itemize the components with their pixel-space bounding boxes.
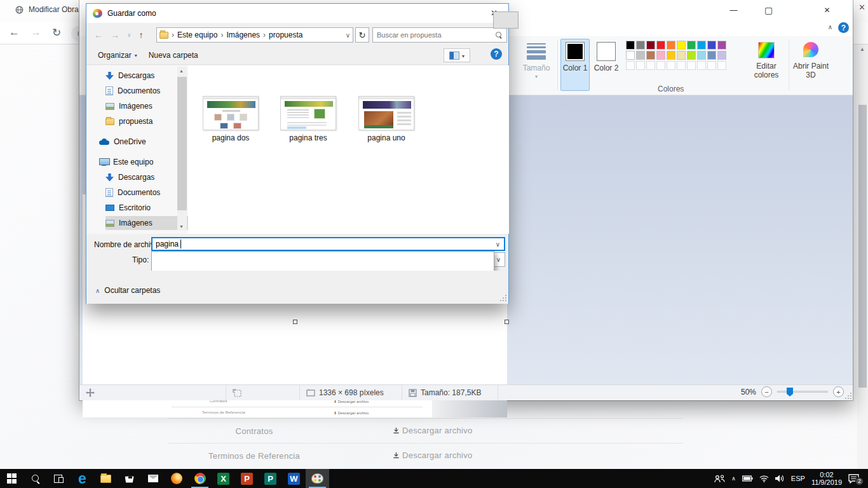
close-button[interactable]: ✕ bbox=[813, 0, 841, 20]
scrollbar-up-icon[interactable]: ▲ bbox=[860, 46, 865, 52]
browser-scrollbar[interactable]: ▲ bbox=[857, 44, 868, 469]
browser-back-icon[interactable]: ← bbox=[9, 26, 20, 39]
scroll-down-icon[interactable]: ▼ bbox=[179, 224, 184, 229]
sidebar-scrollbar-thumb[interactable] bbox=[177, 77, 187, 210]
nav-up-icon[interactable]: ↑ bbox=[139, 30, 144, 40]
taskbar-powerpoint[interactable]: P bbox=[235, 469, 259, 488]
palette-swatch[interactable] bbox=[636, 41, 645, 50]
browser-tab[interactable]: Modificar Obra/ bbox=[15, 5, 81, 14]
breadcrumb[interactable]: › Este equipo › Imágenes › propuesta ∨ bbox=[156, 27, 353, 43]
palette-swatch-empty[interactable] bbox=[677, 61, 686, 70]
palette-swatch-empty[interactable] bbox=[636, 61, 645, 70]
color2-button[interactable]: Color 2 bbox=[592, 39, 621, 91]
zoom-slider-thumb[interactable] bbox=[787, 388, 793, 396]
hide-folders-button[interactable]: ∧ Ocultar carpetas bbox=[95, 286, 160, 295]
scrollbar-thumb[interactable] bbox=[858, 105, 867, 388]
canvas-resize-handle-bottom[interactable] bbox=[293, 320, 297, 324]
palette-swatch[interactable] bbox=[626, 51, 635, 60]
canvas-resize-handle-corner[interactable] bbox=[505, 320, 509, 324]
palette-swatch-empty[interactable] bbox=[717, 61, 726, 70]
browser-close-icon[interactable]: ✕ bbox=[858, 3, 865, 12]
maximize-button[interactable]: ▢ bbox=[754, 0, 783, 20]
palette-swatch[interactable] bbox=[636, 51, 645, 60]
view-mode-button[interactable]: ▾ bbox=[444, 48, 470, 62]
taskbar-edge[interactable]: e bbox=[71, 469, 94, 488]
palette-swatch-empty[interactable] bbox=[667, 61, 675, 70]
palette-swatch[interactable] bbox=[697, 41, 706, 50]
palette-swatch[interactable] bbox=[667, 41, 675, 50]
organize-button[interactable]: Organizar▾ bbox=[98, 51, 137, 60]
dialog-help-icon[interactable]: ? bbox=[491, 48, 502, 60]
palette-swatch-empty[interactable] bbox=[656, 61, 665, 70]
page-download-link[interactable]: Descargar archivo bbox=[393, 451, 473, 460]
palette-swatch-empty[interactable] bbox=[707, 61, 716, 70]
palette-swatch[interactable] bbox=[707, 51, 716, 60]
collapse-ribbon-icon[interactable]: ∧ bbox=[828, 24, 832, 30]
palette-swatch[interactable] bbox=[697, 51, 706, 60]
clock[interactable]: 0:02 11/9/2019 bbox=[811, 471, 842, 486]
battery-icon[interactable] bbox=[742, 475, 753, 482]
file-item-pagina-dos[interactable]: pagina dos bbox=[203, 96, 259, 142]
wifi-icon[interactable] bbox=[759, 475, 769, 482]
breadcrumb-item[interactable]: Este equipo bbox=[177, 30, 217, 39]
new-folder-button[interactable]: Nueva carpeta bbox=[149, 51, 198, 60]
filename-input[interactable]: pagina ∨ bbox=[151, 237, 505, 251]
palette-swatch[interactable] bbox=[626, 41, 635, 50]
filename-dropdown-icon[interactable]: ∨ bbox=[496, 241, 500, 248]
taskbar-word[interactable]: W bbox=[282, 469, 306, 488]
breadcrumb-item[interactable]: Imágenes bbox=[226, 30, 260, 39]
start-button[interactable] bbox=[0, 469, 24, 488]
palette-swatch[interactable] bbox=[667, 51, 675, 60]
taskbar-chrome[interactable] bbox=[188, 469, 212, 488]
palette-swatch-empty[interactable] bbox=[687, 61, 696, 70]
palette-swatch[interactable] bbox=[717, 51, 726, 60]
palette-swatch-empty[interactable] bbox=[697, 61, 706, 70]
palette-swatch[interactable] bbox=[677, 51, 686, 60]
dialog-resize-grip[interactable] bbox=[500, 295, 506, 301]
people-icon[interactable] bbox=[714, 475, 725, 483]
breadcrumb-dropdown-icon[interactable]: ∨ bbox=[346, 32, 350, 39]
open-paint3d-button[interactable]: Abrir Paint 3D bbox=[792, 38, 829, 79]
paint-resize-grip[interactable] bbox=[845, 393, 851, 399]
palette-swatch[interactable] bbox=[717, 41, 726, 50]
nav-forward-icon[interactable]: → bbox=[111, 30, 119, 40]
palette-swatch[interactable] bbox=[707, 41, 716, 50]
cancel-button-partial[interactable] bbox=[493, 11, 519, 29]
nav-history-icon[interactable]: ∨ bbox=[127, 32, 132, 38]
size-button[interactable]: Tamaño ▾ bbox=[520, 38, 553, 79]
action-center-button[interactable]: 2 bbox=[848, 474, 859, 484]
search-input[interactable] bbox=[377, 29, 491, 41]
scroll-up-icon[interactable]: ▲ bbox=[179, 69, 184, 73]
palette-swatch[interactable] bbox=[687, 51, 696, 60]
taskbar-publisher[interactable]: P bbox=[259, 469, 282, 488]
palette-swatch[interactable] bbox=[646, 41, 655, 50]
sidebar-item-onedrive[interactable]: OneDrive bbox=[99, 135, 188, 149]
browser-forward-icon[interactable]: → bbox=[31, 26, 41, 39]
palette-swatch[interactable] bbox=[687, 41, 696, 50]
sidebar-scrollbar[interactable]: ▲ ▼ bbox=[177, 67, 187, 231]
file-item-pagina-tres[interactable]: pagina tres bbox=[280, 96, 336, 142]
taskbar-excel[interactable]: X bbox=[212, 469, 235, 488]
color1-button[interactable]: Color 1 bbox=[560, 39, 590, 91]
taskbar-store[interactable] bbox=[118, 469, 141, 488]
browser-refresh-icon[interactable]: ↻ bbox=[52, 26, 61, 39]
palette-swatch[interactable] bbox=[677, 41, 686, 50]
task-view-button[interactable] bbox=[47, 469, 71, 488]
search-box[interactable] bbox=[372, 27, 507, 43]
palette-swatch[interactable] bbox=[656, 51, 665, 60]
zoom-out-button[interactable]: − bbox=[761, 386, 772, 397]
language-indicator[interactable]: ESP bbox=[791, 475, 805, 482]
sidebar-item-este-equipo[interactable]: Este equipo bbox=[99, 155, 188, 169]
breadcrumb-item[interactable]: propuesta bbox=[269, 30, 302, 39]
taskbar-search-button[interactable] bbox=[24, 469, 47, 488]
page-download-link[interactable]: Descargar archivo bbox=[393, 426, 473, 435]
volume-icon[interactable] bbox=[775, 475, 785, 482]
paint-help-icon[interactable]: ? bbox=[838, 22, 849, 33]
minimize-button[interactable]: — bbox=[719, 0, 748, 20]
palette-swatch-empty[interactable] bbox=[646, 61, 655, 70]
zoom-in-button[interactable]: + bbox=[833, 386, 844, 397]
palette-swatch[interactable] bbox=[646, 51, 655, 60]
taskbar-mail[interactable] bbox=[141, 469, 165, 488]
taskbar-file-explorer[interactable] bbox=[94, 469, 118, 488]
file-item-pagina-uno[interactable]: pagina uno bbox=[358, 96, 414, 142]
